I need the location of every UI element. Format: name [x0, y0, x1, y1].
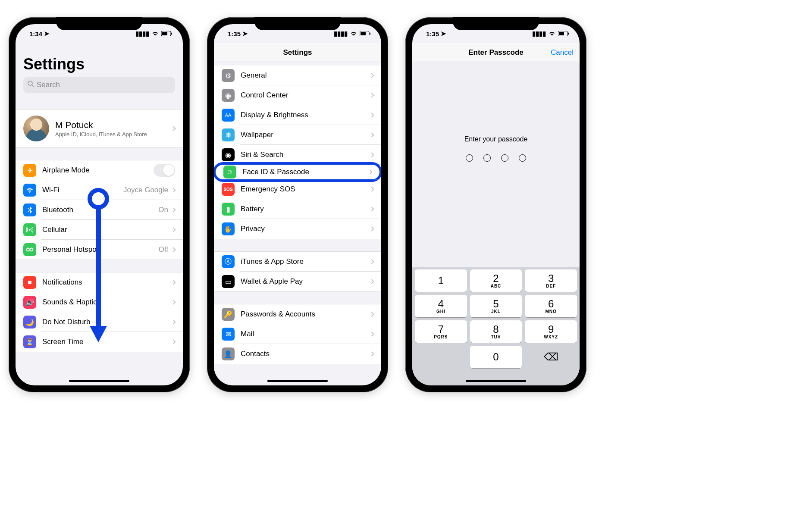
svg-line-4 — [32, 85, 34, 87]
hotspot-label: Personal Hotspot — [42, 245, 159, 254]
key-4[interactable]: 4GHI — [415, 295, 467, 317]
general-cell[interactable]: ⚙ General — [214, 66, 381, 85]
location-icon: ➤ — [242, 30, 248, 38]
key-backspace[interactable]: ⌫ — [525, 346, 577, 368]
svg-rect-15 — [559, 32, 564, 35]
chevron-right-icon — [171, 300, 176, 304]
chevron-right-icon — [367, 169, 372, 174]
dnd-label: Do Not Disturb — [42, 318, 172, 326]
chevron-right-icon — [369, 113, 374, 117]
passcode-body: Enter your passcode 1 2ABC 3DEF 4GHI 5JK… — [412, 62, 580, 385]
svg-rect-16 — [568, 32, 569, 34]
content-scroll[interactable]: ⚙ General ◉ Control Center AA Display & … — [214, 62, 381, 385]
airplane-toggle[interactable] — [154, 164, 175, 177]
hotspot-icon — [23, 243, 36, 256]
search-input[interactable]: Search — [23, 77, 175, 93]
wifi-label: Wi-Fi — [42, 186, 123, 194]
wallpaper-cell[interactable]: ❋ Wallpaper — [214, 125, 381, 145]
location-icon: ➤ — [441, 30, 446, 38]
location-icon: ➤ — [44, 30, 50, 38]
profile-name: M Potuck — [55, 120, 147, 130]
phone-frame-2: 1:35 ➤ ▮▮▮▮ Settings ⚙ General ◉ — [207, 17, 388, 392]
wallet-cell[interactable]: ▭ Wallet & Apple Pay — [214, 272, 381, 291]
privacy-cell[interactable]: ✋ Privacy — [214, 219, 381, 239]
apple-id-cell[interactable]: M Potuck Apple ID, iCloud, iTunes & App … — [16, 110, 183, 147]
chevron-right-icon — [369, 152, 374, 157]
screen-enter-passcode: 1:35 ➤ ▮▮▮▮ Enter Passcode Cancel Enter … — [412, 24, 580, 385]
wifi-cell[interactable]: Wi-Fi Joyce Google — [16, 180, 183, 200]
dnd-cell[interactable]: 🌙 Do Not Disturb — [16, 312, 183, 332]
mail-label: Mail — [241, 330, 370, 338]
wallet-label: Wallet & Apple Pay — [241, 277, 370, 286]
faceid-icon: ☺ — [223, 166, 236, 178]
mail-cell[interactable]: ✉ Mail — [214, 324, 381, 344]
sounds-cell[interactable]: 🔊 Sounds & Haptics — [16, 292, 183, 312]
svg-point-3 — [28, 81, 32, 85]
chevron-right-icon — [171, 227, 176, 232]
itunes-cell[interactable]: Ⓐ iTunes & App Store — [214, 252, 381, 272]
key-6[interactable]: 6MNO — [525, 295, 577, 317]
privacy-icon: ✋ — [222, 222, 235, 235]
status-time: 1:34 — [29, 30, 42, 38]
hotspot-cell[interactable]: Personal Hotspot Off — [16, 240, 183, 260]
control-center-cell[interactable]: ◉ Control Center — [214, 85, 381, 105]
status-time: 1:35 — [228, 30, 241, 38]
key-1[interactable]: 1 — [415, 269, 467, 292]
siri-label: Siri & Search — [241, 150, 370, 159]
mail-icon: ✉ — [222, 328, 235, 341]
key-8[interactable]: 8TUV — [470, 320, 522, 343]
chevron-right-icon — [369, 132, 374, 137]
svg-rect-2 — [171, 32, 172, 34]
chevron-right-icon — [369, 332, 374, 336]
airplane-icon: ✈ — [23, 164, 36, 177]
passcode-dot — [501, 154, 508, 162]
key-5[interactable]: 5JKL — [470, 295, 522, 317]
cancel-button[interactable]: Cancel — [551, 48, 574, 57]
contacts-cell[interactable]: 👤 Contacts — [214, 344, 381, 364]
notifications-label: Notifications — [42, 278, 172, 287]
signal-icon: ▮▮▮▮ — [532, 30, 546, 38]
notifications-cell[interactable]: ■ Notifications — [16, 272, 183, 292]
wifi-value: Joyce Google — [123, 186, 168, 194]
chevron-right-icon — [369, 226, 374, 231]
home-indicator[interactable] — [466, 380, 526, 382]
display-cell[interactable]: AA Display & Brightness — [214, 105, 381, 125]
screentime-icon: ⏳ — [23, 335, 36, 348]
notch — [453, 17, 539, 30]
chevron-right-icon — [369, 93, 374, 97]
chevron-right-icon — [369, 259, 374, 264]
passwords-cell[interactable]: 🔑 Passwords & Accounts — [214, 304, 381, 324]
chevron-right-icon — [171, 126, 176, 131]
passcode-dots — [466, 154, 526, 162]
battery-cell[interactable]: ▮ Battery — [214, 199, 381, 219]
screen-settings-list: 1:35 ➤ ▮▮▮▮ Settings ⚙ General ◉ — [214, 24, 381, 385]
home-indicator[interactable] — [69, 380, 129, 382]
sos-cell[interactable]: SOS Emergency SOS — [214, 179, 381, 199]
key-7[interactable]: 7PQRS — [415, 320, 467, 343]
battery-icon — [360, 30, 371, 38]
key-3[interactable]: 3DEF — [525, 269, 577, 292]
key-0[interactable]: 0 — [470, 346, 522, 368]
bluetooth-cell[interactable]: Bluetooth On — [16, 200, 183, 220]
status-right: ▮▮▮▮ — [135, 30, 172, 38]
key-2[interactable]: 2ABC — [470, 269, 522, 292]
key-9[interactable]: 9WXYZ — [525, 320, 577, 343]
appstore-icon: Ⓐ — [222, 255, 235, 268]
bluetooth-icon — [23, 203, 36, 216]
contacts-label: Contacts — [241, 350, 370, 358]
nav-title: Settings — [283, 48, 312, 57]
wifi-icon — [152, 30, 159, 38]
chevron-right-icon — [171, 188, 176, 192]
airplane-mode-cell[interactable]: ✈ Airplane Mode — [16, 160, 183, 180]
content-scroll[interactable]: M Potuck Apple ID, iCloud, iTunes & App … — [16, 97, 183, 385]
wallet-icon: ▭ — [222, 275, 235, 288]
sos-icon: SOS — [222, 183, 235, 196]
chevron-right-icon — [171, 247, 176, 252]
home-indicator[interactable] — [267, 380, 328, 382]
screentime-cell[interactable]: ⏳ Screen Time — [16, 332, 183, 352]
passwords-label: Passwords & Accounts — [241, 310, 370, 319]
cellular-cell[interactable]: Cellular — [16, 220, 183, 240]
title-area: Settings Search — [16, 43, 183, 97]
chevron-right-icon — [171, 319, 176, 324]
screen-settings-main: 1:34 ➤ ▮▮▮▮ Settings Search — [16, 24, 183, 385]
